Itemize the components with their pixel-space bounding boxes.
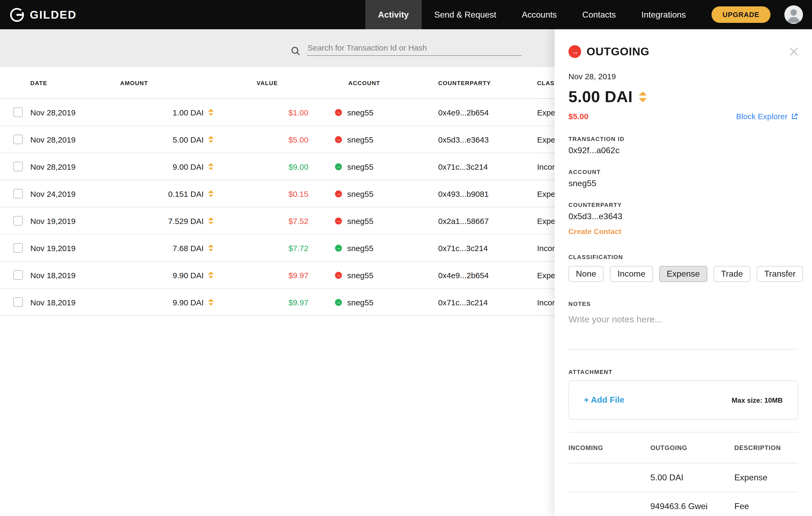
dai-token-icon	[207, 271, 214, 279]
row-amount: 9.00 DAI	[120, 162, 218, 171]
row-value: $1.00	[218, 108, 316, 117]
nav-item-send-request[interactable]: Send & Request	[422, 0, 509, 29]
row-account-text: sneg55	[347, 298, 373, 307]
row-checkbox[interactable]	[13, 243, 23, 253]
row-amount: 7.529 DAI	[120, 216, 218, 225]
row-amount-text: 9.90 DAI	[173, 298, 204, 307]
ledger-header-outgoing: OUTGOING	[650, 444, 734, 451]
row-counterparty: 0x4e9...2b654	[438, 270, 537, 280]
row-counterparty: 0x2a1...58667	[438, 216, 537, 225]
row-amount: 0.151 DAI	[120, 189, 218, 198]
dai-token-icon	[207, 299, 214, 306]
row-account-text: sneg55	[347, 108, 373, 117]
search-input[interactable]	[307, 41, 521, 56]
transaction-amount: 5.00 DAI	[569, 88, 633, 106]
row-counterparty: 0x71c...3c214	[438, 243, 537, 252]
direction-icon	[335, 136, 342, 143]
row-checkbox-cell	[0, 108, 30, 117]
classification-option[interactable]: Income	[610, 266, 653, 282]
direction-icon	[335, 190, 342, 197]
dai-token-icon	[638, 91, 648, 102]
header-counterparty: COUNTERPARTY	[438, 80, 537, 86]
row-account-text: sneg55	[347, 135, 373, 144]
row-account: sneg55	[316, 298, 438, 307]
row-value: $9.97	[218, 270, 316, 280]
transaction-id-value: 0x92f...a062c	[569, 146, 798, 155]
row-account: sneg55	[316, 135, 438, 144]
row-checkbox[interactable]	[13, 189, 23, 198]
dai-token-icon	[207, 217, 214, 224]
row-counterparty: 0x5d3...e3643	[438, 135, 537, 144]
row-amount: 7.68 DAI	[120, 243, 218, 252]
direction-icon	[335, 109, 342, 116]
row-checkbox[interactable]	[13, 216, 23, 226]
row-checkbox-cell	[0, 216, 30, 226]
ledger-description: Fee	[734, 501, 798, 511]
row-checkbox-cell	[0, 297, 30, 307]
row-amount: 9.90 DAI	[120, 270, 218, 280]
row-checkbox[interactable]	[13, 135, 23, 144]
row-value: $9.00	[218, 162, 316, 171]
row-date: Nov 18,2019	[30, 298, 120, 307]
direction-icon	[335, 245, 342, 251]
ledger-body: 5.00 DAI Expense 949463.6 Gwei Fee	[569, 463, 798, 516]
row-checkbox[interactable]	[13, 297, 23, 307]
create-contact-link[interactable]: Create Contact	[569, 227, 798, 236]
counterparty-value: 0x5d3...e3643	[569, 212, 798, 221]
upgrade-button[interactable]: UPGRADE	[712, 6, 771, 23]
transaction-id-label: TRANSACTION ID	[569, 136, 798, 142]
row-date: Nov 28,2019	[30, 162, 120, 171]
attachment-box: + Add File Max size: 10MB	[569, 380, 798, 420]
direction-icon	[335, 217, 342, 224]
classification-option[interactable]: Expense	[659, 266, 707, 282]
ledger-header-incoming: INCOMING	[569, 444, 650, 451]
external-link-icon	[791, 113, 798, 120]
row-checkbox[interactable]	[13, 108, 23, 117]
row-value: $0.15	[218, 189, 316, 198]
row-amount-text: 7.529 DAI	[168, 216, 204, 225]
panel-header: OUTGOING	[569, 45, 798, 58]
nav-item-integrations[interactable]: Integrations	[629, 0, 698, 29]
row-counterparty: 0x71c...3c214	[438, 162, 537, 171]
counterparty-label: COUNTERPARTY	[569, 202, 798, 208]
row-value: $9.97	[218, 298, 316, 307]
nav-item-contacts[interactable]: Contacts	[570, 0, 629, 29]
user-avatar[interactable]	[784, 5, 803, 24]
row-amount-text: 5.00 DAI	[173, 135, 204, 144]
dai-token-icon	[207, 136, 214, 143]
add-file-button[interactable]: + Add File	[584, 395, 625, 405]
notes-input[interactable]	[569, 311, 798, 349]
brand-logo[interactable]: GILDED	[9, 7, 77, 23]
row-checkbox-cell	[0, 135, 30, 144]
row-account: sneg55	[316, 216, 438, 225]
row-amount-text: 7.68 DAI	[173, 243, 204, 252]
row-checkbox[interactable]	[13, 162, 23, 171]
transaction-detail-panel: OUTGOING Nov 28, 2019 5.00 DAI $5.00 Blo…	[555, 29, 812, 516]
header-value: VALUE	[218, 80, 316, 86]
classification-option[interactable]: Trade	[714, 266, 750, 282]
ledger-outgoing: 5.00 DAI	[650, 472, 734, 482]
block-explorer-link[interactable]: Block Explorer	[736, 112, 798, 121]
row-amount-text: 9.90 DAI	[173, 270, 204, 280]
row-date: Nov 28,2019	[30, 108, 120, 117]
close-icon[interactable]	[789, 46, 799, 57]
gilded-logo-icon	[9, 7, 25, 23]
ledger-header-row: INCOMING OUTGOING DESCRIPTION	[569, 432, 798, 463]
row-date: Nov 28,2019	[30, 135, 120, 144]
max-size-text: Max size: 10MB	[732, 396, 783, 404]
classification-option[interactable]: None	[569, 266, 604, 282]
search-icon	[291, 46, 300, 56]
direction-icon	[335, 163, 342, 170]
transaction-date: Nov 28, 2019	[569, 72, 798, 81]
ledger-row: 5.00 DAI Expense	[569, 463, 798, 492]
row-account-text: sneg55	[347, 162, 373, 171]
row-checkbox[interactable]	[13, 270, 23, 280]
row-checkbox-cell	[0, 270, 30, 280]
classification-option[interactable]: Transfer	[757, 266, 803, 282]
header-amount: AMOUNT	[120, 80, 218, 86]
nav-item-activity[interactable]: Activity	[365, 0, 422, 29]
row-checkbox-cell	[0, 162, 30, 171]
nav-item-accounts[interactable]: Accounts	[509, 0, 570, 29]
row-account-text: sneg55	[347, 216, 373, 225]
outgoing-arrow-icon	[569, 45, 581, 58]
